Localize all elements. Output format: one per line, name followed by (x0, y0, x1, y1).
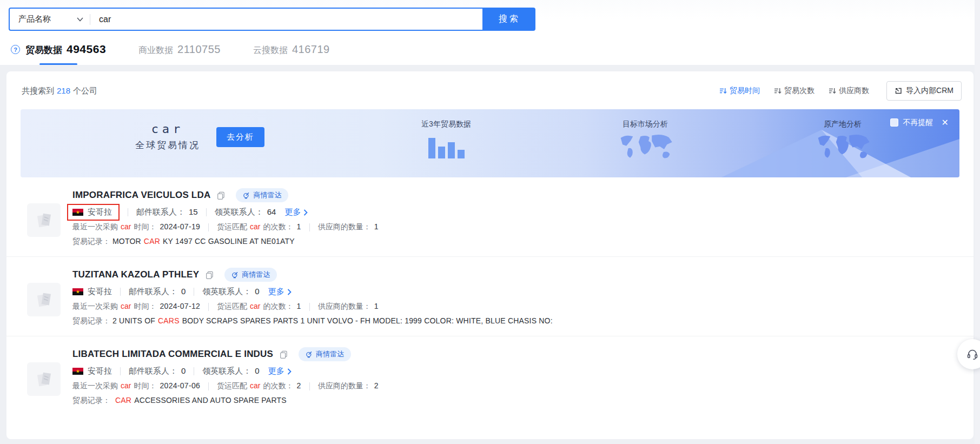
search-input[interactable] (90, 15, 482, 24)
trade-record: 贸易记录：MOTORCARKY 1497 CC GASOLINE AT NE01… (72, 237, 379, 247)
company-row: IMPORAFRICA VEICULOS LDA 商情雷达 安哥拉 (6, 177, 974, 257)
trade-record: 贸易记录：CARACCESSORIES AND AUTO SPARE PARTS (72, 396, 379, 406)
mini-bar-chart (406, 135, 487, 158)
company-row: TUZITANA KAZOLA PTHLEY 商情雷达 安哥拉 (6, 257, 974, 336)
badge-label: 商情雷达 (316, 349, 344, 359)
company-stats: 最近一次采购car时间：2024-07-19 货运匹配car的次数：1 供应商的… (72, 222, 379, 232)
sort-icon (719, 87, 727, 95)
sort-label: 贸易时间 (730, 86, 760, 96)
sort-label: 贸易次数 (784, 86, 815, 96)
headset-icon (966, 348, 979, 361)
tab-count: 494563 (67, 43, 106, 56)
company-name[interactable]: TUZITANA KAZOLA PTHLEY (72, 269, 199, 280)
more-link[interactable]: 更多 (284, 207, 308, 217)
badge-label: 商情雷达 (242, 270, 270, 280)
tab-business-data[interactable]: 商业数据 2110755 (138, 43, 221, 56)
banner-dismiss: 不再提醒 ✕ (890, 117, 949, 128)
company-stats: 最近一次采购car时间：2024-07-06 货运匹配car的次数：2 供应商的… (72, 381, 379, 391)
tab-label: 贸易数据 (25, 44, 62, 56)
angola-flag-icon (72, 368, 83, 375)
country-chip: 安哥拉 (72, 287, 112, 297)
search-button[interactable]: 搜索 (484, 8, 535, 31)
business-radar-badge[interactable]: 商情雷达 (299, 347, 351, 361)
company-name[interactable]: IMPORAFRICA VEICULOS LDA (72, 190, 210, 201)
country-name: 安哥拉 (88, 366, 112, 376)
email-contacts: 邮件联系人：15 (136, 207, 198, 217)
header: 产品名称 搜索 ? 贸易数据 494563 商业数据 2110755 云搜数据 … (0, 0, 980, 65)
sort-label: 供应商数 (839, 86, 869, 96)
banner-chart-title: 近3年贸易数据 (406, 120, 487, 129)
search-box: 产品名称 (9, 8, 484, 31)
help-question-icon[interactable]: ? (11, 45, 20, 54)
analyze-button[interactable]: 去分析 (216, 127, 264, 147)
data-tabs: ? 贸易数据 494563 商业数据 2110755 云搜数据 416719 (9, 43, 980, 65)
linkedin-contacts: 领英联系人：0 (202, 287, 259, 297)
business-radar-badge[interactable]: 商情雷达 (236, 188, 288, 202)
placeholder-logo-icon (32, 288, 55, 311)
tab-cloud-search-data[interactable]: 云搜数据 416719 (253, 43, 330, 56)
tab-trade-data[interactable]: ? 贸易数据 494563 (11, 43, 106, 56)
company-name[interactable]: LIBATECH LIMITADA COMMERCIAL E INDUS (72, 349, 273, 360)
placeholder-logo-icon (32, 209, 55, 231)
dont-remind-checkbox[interactable] (890, 118, 898, 127)
banner-promo-text: car 全球贸易情况 (135, 122, 200, 151)
results-count-value: 218 (57, 86, 70, 95)
banner-close-icon[interactable]: ✕ (942, 117, 949, 128)
sort-supplier-count[interactable]: 供应商数 (829, 86, 869, 96)
chevron-right-icon (287, 368, 292, 375)
business-radar-badge[interactable]: 商情雷达 (224, 268, 277, 282)
results-toolbar: 贸易时间 贸易次数 供应商数 导入内部CRM (719, 81, 962, 101)
banner-origin-title: 原产地分析 (799, 120, 886, 129)
radar-icon (306, 351, 313, 358)
more-link[interactable]: 更多 (268, 366, 292, 376)
sort-icon (774, 87, 782, 95)
email-contacts: 邮件联系人：0 (129, 366, 186, 376)
trade-search-page: 产品名称 搜索 ? 贸易数据 494563 商业数据 2110755 云搜数据 … (0, 0, 980, 444)
country-chip-annotated[interactable]: 安哥拉 (67, 204, 120, 221)
radar-icon (243, 192, 250, 199)
angola-flag-icon (72, 209, 83, 216)
search-bar: 产品名称 搜索 (9, 8, 980, 31)
placeholder-logo-icon (32, 368, 55, 390)
import-crm-button[interactable]: 导入内部CRM (886, 81, 962, 101)
email-contacts: 邮件联系人：0 (129, 287, 186, 297)
banner-keyword: car (151, 122, 184, 136)
badge-label: 商情雷达 (253, 190, 281, 200)
radar-icon (231, 271, 239, 279)
company-logo-placeholder (27, 362, 61, 396)
results-count-text: 共搜索到218个公司 (22, 86, 97, 96)
sort-trade-count[interactable]: 贸易次数 (774, 86, 815, 96)
import-icon (895, 87, 902, 95)
world-map-icon (799, 134, 886, 162)
copy-icon[interactable] (217, 191, 225, 200)
copy-icon[interactable] (206, 271, 214, 279)
country-chip: 安哥拉 (72, 366, 112, 376)
tab-count: 416719 (292, 43, 330, 56)
copy-icon[interactable] (280, 350, 288, 359)
linkedin-contacts: 领英联系人：64 (215, 207, 276, 217)
banner-target-title: 目标市场分析 (599, 120, 691, 129)
scrollbar-track[interactable] (975, 0, 980, 444)
tab-label: 云搜数据 (253, 45, 288, 56)
banner-subtitle: 全球贸易情况 (135, 139, 200, 151)
more-link[interactable]: 更多 (268, 287, 292, 297)
analysis-banner: car 全球贸易情况 去分析 近3年贸易数据 目标市场分析 (21, 109, 959, 177)
trade-record: 贸易记录：2 UNITS OFCARSBODY SCRAPS SPARES PA… (72, 316, 553, 326)
sort-icon (829, 87, 836, 95)
banner-section-origin: 原产地分析 (799, 120, 886, 162)
country-name: 安哥拉 (88, 287, 112, 297)
tab-label: 商业数据 (138, 45, 173, 56)
dont-remind-label: 不再提醒 (903, 118, 933, 128)
results-header: 共搜索到218个公司 贸易时间 贸易次数 供应商数 导入内部CRM (6, 71, 974, 108)
banner-promo: car 全球贸易情况 去分析 (135, 122, 264, 151)
banner-section-target-market: 目标市场分析 (599, 120, 691, 162)
company-row: LIBATECH LIMITADA COMMERCIAL E INDUS 商情雷… (6, 336, 974, 415)
sort-trade-time[interactable]: 贸易时间 (719, 86, 760, 96)
search-field-select[interactable]: 产品名称 (10, 14, 90, 24)
banner-section-trade-3y: 近3年贸易数据 (406, 120, 487, 158)
import-crm-label: 导入内部CRM (906, 86, 953, 96)
search-field-label: 产品名称 (18, 14, 51, 24)
chevron-right-icon (287, 289, 292, 295)
angola-flag-icon (72, 288, 83, 295)
chevron-right-icon (303, 209, 308, 216)
